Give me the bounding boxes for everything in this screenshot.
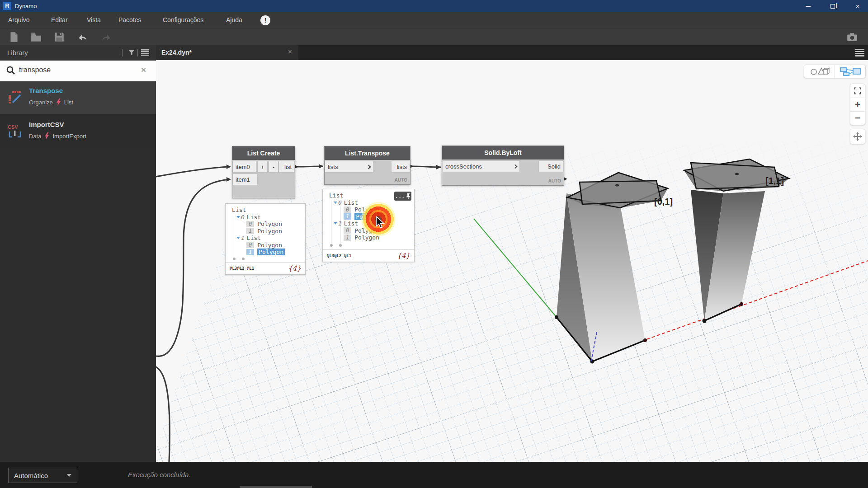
search-icon	[6, 66, 16, 77]
preview-row[interactable]: 0List	[226, 214, 305, 221]
collapse-arrow-icon[interactable]	[334, 222, 337, 225]
workspace-canvas[interactable]: [0,1] [1,1]	[156, 60, 868, 462]
node-title[interactable]: List.Transpose	[325, 146, 410, 160]
pin-preview-button[interactable]: ...	[394, 192, 411, 201]
collapse-arrow-icon[interactable]	[236, 237, 240, 239]
tab-ex24[interactable]: Ex24.dyn* ×	[156, 45, 298, 60]
collapse-arrow-icon[interactable]	[334, 202, 337, 204]
port-lists-in[interactable]: lists	[325, 161, 373, 173]
result-name: ImportCSV	[29, 121, 64, 128]
node-list-transpose[interactable]: List.Transpose lists lists AUTO	[324, 146, 410, 185]
library-result-importcsv[interactable]: CSV ImportCSV Data ImportExport	[0, 115, 156, 148]
lacing-label[interactable]: AUTO	[548, 178, 561, 183]
library-header: Library	[0, 45, 156, 61]
port-item1[interactable]: item1	[232, 174, 258, 185]
undo-button[interactable]	[77, 31, 89, 43]
run-mode-dropdown[interactable]: Automático	[8, 468, 77, 483]
node-solid-byloft[interactable]: Solid.ByLoft crossSections Solid AUTO	[442, 145, 564, 186]
close-button[interactable]: ×	[847, 0, 868, 12]
svg-text:CSV: CSV	[8, 124, 18, 130]
menu-pacotes[interactable]: Pacotes	[118, 16, 142, 23]
open-file-button[interactable]	[30, 31, 42, 43]
fit-view-button[interactable]	[850, 84, 865, 98]
menu-arquivo[interactable]: Arquivo	[8, 16, 29, 23]
pan-button[interactable]	[850, 129, 865, 144]
library-view-icon[interactable]	[141, 49, 149, 58]
item-count-label: {4}	[397, 252, 410, 260]
port-lists-out[interactable]: lists	[391, 161, 410, 173]
library-search[interactable]: transpose ×	[0, 61, 156, 81]
notifications-icon[interactable]: !	[260, 15, 270, 25]
result-group: List	[64, 99, 73, 106]
collapse-arrow-icon[interactable]	[236, 216, 240, 218]
menu-ajuda[interactable]: Ajuda	[226, 16, 242, 23]
use-levels-chevron-icon[interactable]	[513, 164, 518, 169]
preview-row-selected[interactable]: 1Polygon	[226, 249, 305, 256]
geometry-view-button[interactable]	[804, 65, 835, 78]
list-levels-label: @L3@L2 @L1	[327, 253, 351, 258]
zoom-in-button[interactable]: +	[850, 98, 865, 111]
redo-button[interactable]	[100, 31, 112, 43]
node-list-create[interactable]: List Create item0 + - list item1	[232, 146, 295, 198]
menu-configuracoes[interactable]: Configurações	[163, 16, 203, 23]
item-count-label: {4}	[288, 264, 301, 272]
restore-button[interactable]	[822, 0, 843, 12]
tab-close-icon[interactable]: ×	[288, 48, 292, 56]
preview-row: List	[226, 206, 305, 214]
menu-editar[interactable]: Editar	[51, 16, 68, 23]
preview-row[interactable]: 1List	[226, 235, 305, 242]
tab-bar: Ex24.dyn* ×	[156, 45, 868, 60]
zoom-out-button[interactable]: −	[850, 111, 865, 125]
title-bar: R Dynamo ×	[0, 0, 868, 12]
app-logo-icon: R	[3, 2, 11, 10]
port-item0[interactable]: item0	[232, 161, 256, 173]
solid-left	[555, 173, 668, 364]
filter-icon[interactable]	[128, 49, 135, 57]
index-label-right: [1,1]	[765, 176, 784, 186]
chevron-down-icon	[67, 474, 71, 477]
use-levels-chevron-icon[interactable]	[367, 164, 371, 169]
wire-bottom	[156, 367, 170, 462]
result-category[interactable]: Organize	[29, 99, 53, 106]
tab-label: Ex24.dyn*	[161, 49, 192, 56]
library-title: Library	[7, 49, 28, 56]
tab-overflow-menu-icon[interactable]	[855, 49, 864, 56]
node-title[interactable]: List Create	[232, 146, 295, 160]
mouse-cursor	[376, 216, 385, 230]
save-button[interactable]	[53, 31, 65, 43]
port-list-out[interactable]: list	[278, 161, 295, 173]
library-result-transpose[interactable]: Transpose Organize List	[0, 81, 156, 114]
result-category[interactable]: Data	[29, 133, 41, 140]
new-file-button[interactable]	[8, 31, 20, 43]
clear-search-icon[interactable]: ×	[141, 65, 146, 75]
preview-row[interactable]: 1Polygon	[323, 234, 414, 241]
execution-status: Execução concluída.	[128, 471, 190, 479]
minimize-button[interactable]	[797, 0, 818, 12]
library-results: Transpose Organize List CSV ImportCSV Da…	[0, 81, 156, 462]
horizontal-scrollbar[interactable]	[240, 486, 312, 488]
remove-port-button[interactable]: -	[269, 161, 279, 173]
importcsv-node-icon: CSV	[7, 122, 24, 140]
add-port-button[interactable]: +	[257, 161, 268, 173]
node-title[interactable]: Solid.ByLoft	[442, 146, 564, 160]
port-crosssections-in[interactable]: crossSections	[442, 160, 520, 172]
menu-bar: Arquivo Editar Vista Pacotes Configuraçõ…	[0, 12, 868, 28]
index-label-left: [0,1]	[654, 197, 673, 206]
graph-view-button[interactable]	[835, 65, 865, 78]
view-mode-toggle	[804, 65, 866, 78]
result-name: Transpose	[29, 87, 63, 94]
dynamo-window: R Dynamo × Arquivo Editar Vista Pacotes …	[0, 0, 868, 488]
window-title: Dynamo	[15, 3, 37, 9]
preview-row[interactable]: 0Polygon	[226, 221, 305, 228]
lacing-label[interactable]: AUTO	[395, 178, 407, 183]
menu-vista[interactable]: Vista	[87, 16, 101, 23]
port-solid-out[interactable]: Solid	[538, 160, 564, 172]
search-input[interactable]: transpose	[19, 66, 51, 74]
export-image-camera-icon[interactable]	[846, 31, 858, 43]
preview-row[interactable]: 0Polygon	[226, 242, 305, 249]
preview-bubble-list-create[interactable]: List 0List 0Polygon 1Polygon 1List 0Poly…	[225, 203, 306, 275]
wire-item1	[156, 179, 230, 356]
list-levels-label: @L3@L2 @L1	[230, 266, 254, 271]
bolt-icon	[56, 99, 61, 106]
preview-row[interactable]: 1Polygon	[226, 228, 305, 235]
